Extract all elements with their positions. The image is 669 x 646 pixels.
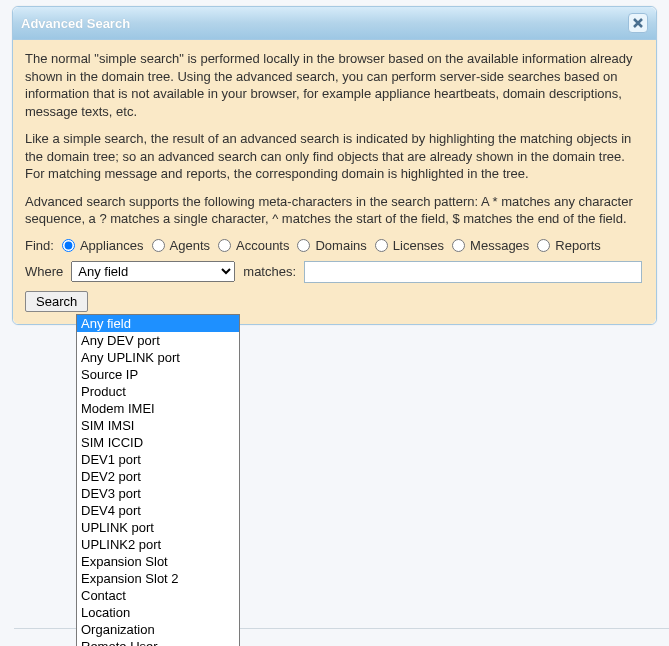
find-label: Find:: [25, 238, 54, 253]
radio-agents[interactable]: Agents: [152, 238, 210, 253]
radio-appliances[interactable]: Appliances: [62, 238, 144, 253]
close-button[interactable]: [628, 13, 648, 33]
matches-label: matches:: [243, 264, 296, 279]
dropdown-option[interactable]: SIM IMSI: [77, 417, 239, 434]
radio-messages[interactable]: Messages: [452, 238, 529, 253]
dialog-title: Advanced Search: [21, 16, 130, 31]
field-select-dropdown[interactable]: Any fieldAny DEV portAny UPLINK portSour…: [76, 314, 240, 646]
dialog-body: The normal "simple search" is performed …: [13, 40, 656, 324]
button-row: Search: [25, 291, 644, 312]
where-row: Where Any field matches:: [25, 261, 644, 283]
radio-domains[interactable]: Domains: [297, 238, 366, 253]
dropdown-option[interactable]: Expansion Slot 2: [77, 570, 239, 587]
advanced-search-dialog: Advanced Search The normal "simple searc…: [12, 6, 657, 325]
field-select[interactable]: Any field: [71, 261, 235, 282]
dropdown-option[interactable]: Location: [77, 604, 239, 621]
close-icon: [633, 18, 643, 28]
radio-licenses[interactable]: Licenses: [375, 238, 444, 253]
dropdown-option[interactable]: DEV4 port: [77, 502, 239, 519]
dropdown-option[interactable]: Expansion Slot: [77, 553, 239, 570]
dropdown-option[interactable]: Contact: [77, 587, 239, 604]
dropdown-option[interactable]: Modem IMEI: [77, 400, 239, 417]
description-paragraph-1: The normal "simple search" is performed …: [25, 50, 644, 120]
dropdown-option[interactable]: UPLINK2 port: [77, 536, 239, 553]
where-label: Where: [25, 264, 63, 279]
dropdown-option[interactable]: DEV3 port: [77, 485, 239, 502]
dropdown-option[interactable]: DEV1 port: [77, 451, 239, 468]
radio-reports[interactable]: Reports: [537, 238, 601, 253]
description-paragraph-3: Advanced search supports the following m…: [25, 193, 644, 228]
radio-accounts[interactable]: Accounts: [218, 238, 289, 253]
dialog-header: Advanced Search: [13, 7, 656, 40]
dropdown-option[interactable]: UPLINK port: [77, 519, 239, 536]
dropdown-option[interactable]: Product: [77, 383, 239, 400]
dropdown-option[interactable]: DEV2 port: [77, 468, 239, 485]
dropdown-option[interactable]: Any field: [77, 315, 239, 332]
search-button[interactable]: Search: [25, 291, 88, 312]
dropdown-option[interactable]: Organization: [77, 621, 239, 638]
find-row: Find: Appliances Agents Accounts Domains…: [25, 238, 644, 253]
search-input[interactable]: [304, 261, 642, 283]
dropdown-option[interactable]: Source IP: [77, 366, 239, 383]
dropdown-option[interactable]: Remote User: [77, 638, 239, 646]
description-paragraph-2: Like a simple search, the result of an a…: [25, 130, 644, 183]
dropdown-option[interactable]: SIM ICCID: [77, 434, 239, 451]
dropdown-option[interactable]: Any DEV port: [77, 332, 239, 349]
dropdown-option[interactable]: Any UPLINK port: [77, 349, 239, 366]
